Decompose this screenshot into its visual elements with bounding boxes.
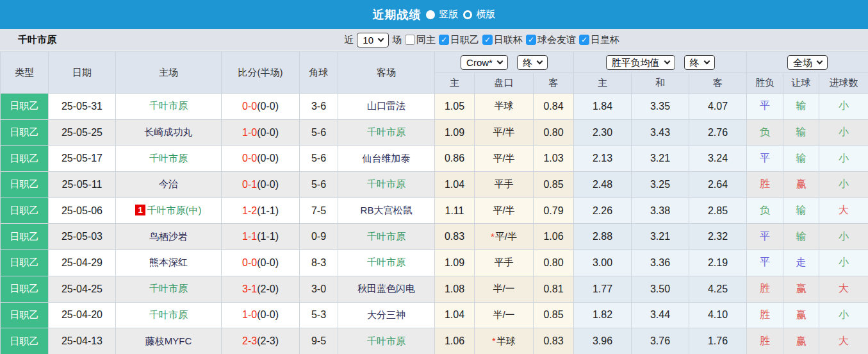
league-checkbox-emperor-cup[interactable] [579, 35, 589, 45]
home-team-name[interactable]: 千叶市原 [149, 309, 188, 320]
league-type-cell: 日职乙 [1, 172, 49, 198]
date-cell: 25-05-03 [49, 224, 116, 250]
avg-home-odds-cell: 1.82 [574, 302, 632, 328]
away-team-name[interactable]: 山口雷法 [367, 100, 405, 111]
away-team-name[interactable]: 千叶市原 [367, 126, 405, 137]
league-checkbox-league-cup[interactable] [482, 35, 493, 45]
handicap-line-text: 平/半 [493, 205, 514, 215]
league-checkbox-j2[interactable] [439, 35, 449, 45]
score-half: (1-1) [257, 205, 279, 216]
league-type-cell: 日职乙 [1, 119, 49, 146]
portrait-radio-label[interactable]: 竖版 [439, 8, 459, 21]
handicap-away-odds-cell: 0.79 [534, 198, 574, 224]
avg-draw-odds-cell: 3.38 [632, 198, 689, 224]
score-half: (1-1) [257, 231, 279, 242]
away-team-name[interactable]: 仙台维加泰 [363, 153, 411, 164]
near-label: 近 [344, 34, 354, 46]
league-filter-j2[interactable]: 日职乙 [439, 34, 479, 46]
chevron-down-icon [703, 58, 710, 64]
scope-select[interactable]: 全场 [787, 55, 828, 70]
avg-away-odds-cell: 2.85 [689, 198, 747, 224]
away-team-name[interactable]: 千叶市原 [367, 335, 405, 346]
handicap-line-text: 平/半 [493, 153, 514, 164]
corners-cell: 5-6 [300, 172, 338, 198]
handicap-away-odds-cell: 0.85 [534, 172, 574, 198]
header-date: 日期 [49, 52, 116, 94]
score-half: (0-0) [257, 257, 279, 268]
score-full: 0-0 [242, 257, 257, 268]
score-full: 1-0 [242, 309, 257, 320]
score-cell: 2-3(2-3) [222, 328, 300, 354]
league-label-friendly[interactable]: 球会友谊 [537, 34, 576, 46]
away-team-name[interactable]: 秋田蓝色闪电 [357, 283, 415, 294]
avg-home-odds-cell: 2.13 [574, 146, 632, 172]
score-half: (2-3) [257, 335, 279, 346]
portrait-radio[interactable] [426, 10, 435, 19]
away-team-name[interactable]: 千叶市原 [367, 178, 405, 189]
handicap-header-group: Crow* 终 [435, 52, 574, 73]
away-team-name[interactable]: RB大宫松鼠 [361, 205, 413, 215]
handicap-away-odds-cell: 0.83 [534, 328, 574, 354]
home-team-name[interactable]: 千叶市原 [149, 283, 188, 294]
away-team-name[interactable]: 大分三神 [367, 309, 405, 320]
home-team-name[interactable]: 千叶市原 [149, 153, 188, 164]
landscape-radio-label[interactable]: 横版 [477, 8, 496, 21]
home-team-name[interactable]: 熊本深红 [149, 257, 188, 267]
odds-stage-select[interactable]: 终 [684, 55, 715, 70]
odds-type-select[interactable]: 胜平负均值 [606, 55, 675, 70]
outcome-result-cell: 负 [747, 119, 783, 146]
corners-cell: 5-3 [300, 302, 338, 328]
home-team-name[interactable]: 千叶市原 [149, 100, 188, 111]
outcome-result-cell: 平 [747, 94, 783, 120]
league-filter-league-cup[interactable]: 日联杯 [482, 34, 523, 46]
home-team-cell: 千叶市原 [116, 302, 222, 328]
same-home-filter[interactable]: 同主 [405, 34, 436, 46]
away-team-name[interactable]: 千叶市原 [367, 257, 405, 267]
avg-home-odds-cell: 2.30 [574, 119, 632, 146]
home-team-name[interactable]: 今治 [159, 178, 178, 189]
spread-result-cell: 输 [783, 119, 819, 146]
league-filter-friendly[interactable]: 球会友谊 [526, 34, 576, 46]
score-half: (0-0) [257, 309, 279, 320]
league-label-j2[interactable]: 日职乙 [450, 34, 479, 46]
away-team-name[interactable]: 千叶市原 [367, 231, 405, 242]
avg-draw-odds-cell: 3.50 [632, 276, 689, 302]
spread-result-cell: 赢 [783, 302, 819, 328]
landscape-radio[interactable] [463, 10, 472, 19]
league-checkbox-friendly[interactable] [526, 35, 536, 45]
chevron-down-icon [664, 58, 670, 64]
home-team-name[interactable]: 长崎成功丸 [145, 126, 193, 137]
home-team-name[interactable]: 鸟栖沙岩 [149, 231, 188, 242]
league-label-emperor-cup[interactable]: 日皇杯 [591, 34, 619, 46]
away-team-cell: 千叶市原 [338, 224, 435, 250]
page-title: 近期战绩 [373, 7, 422, 22]
avg-away-odds-cell: 4.07 [689, 94, 747, 120]
match-count-select[interactable]: 10 [357, 33, 389, 47]
subheader-spread-result: 让球 [783, 73, 819, 94]
handicap-line-cell: 平手 [475, 250, 534, 276]
same-home-checkbox[interactable] [405, 35, 415, 45]
handicap-line-text: 平手 [495, 257, 514, 267]
handicap-home-odds-cell: 0.86 [435, 146, 475, 172]
handicap-line-cell: *平/半 [475, 224, 534, 250]
match-row: 日职乙25-05-31千叶市原0-0(0-0)3-6山口雷法1.05半球0.84… [1, 94, 868, 120]
outcome-result-cell: 负 [747, 198, 783, 224]
handicap-stage-select[interactable]: 终 [517, 55, 548, 70]
avg-draw-odds-cell: 3.43 [632, 119, 689, 146]
league-label-league-cup[interactable]: 日联杯 [494, 34, 523, 46]
avg-away-odds-cell: 2.19 [689, 250, 747, 276]
league-type-cell: 日职乙 [1, 276, 49, 302]
home-team-name[interactable]: 藤枝MYFC [145, 335, 192, 346]
same-home-label[interactable]: 同主 [416, 34, 436, 46]
spread-result-cell: 赢 [783, 328, 819, 354]
handicap-line-cell: 平/半 [475, 146, 534, 172]
home-team-name[interactable]: 千叶市原(中) [147, 205, 202, 215]
outcome-result-cell: 胜 [747, 302, 783, 328]
corners-cell: 0-9 [300, 224, 338, 250]
handicap-stage-value: 终 [523, 58, 532, 67]
league-filter-emperor-cup[interactable]: 日皇杯 [579, 34, 619, 46]
handicap-line-cell: 平/半 [475, 119, 534, 146]
handicap-company-select[interactable]: Crow* [461, 55, 508, 70]
handicap-home-odds-cell: 1.06 [435, 328, 475, 354]
avg-home-odds-cell: 1.77 [574, 276, 632, 302]
